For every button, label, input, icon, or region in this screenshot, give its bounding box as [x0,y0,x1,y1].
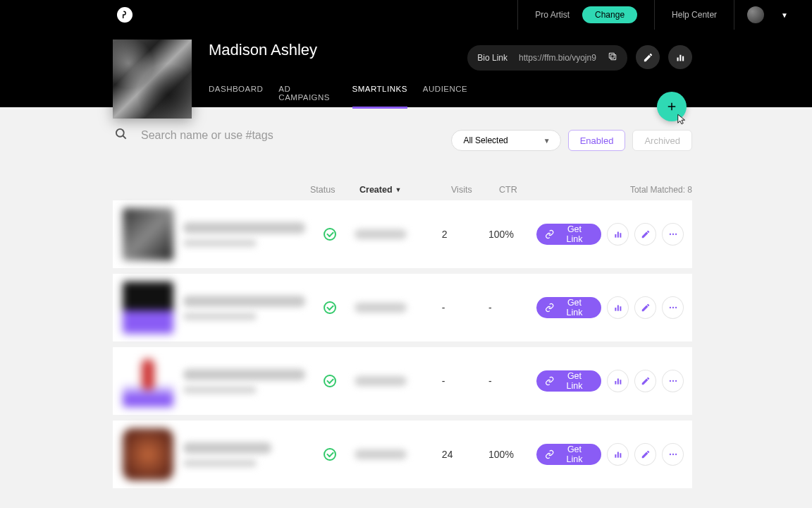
link-icon [545,229,554,239]
row-analytics-button[interactable] [607,223,629,246]
create-smartlink-button[interactable] [657,92,687,121]
svg-rect-22 [615,381,616,385]
app-logo[interactable] [117,7,133,23]
link-icon [545,449,554,459]
row-title-blurred [183,442,271,454]
svg-rect-18 [620,306,621,310]
dots-icon [668,303,678,313]
total-matched-label: Total Matched: 8 [630,185,692,195]
bars-icon [675,52,686,63]
row-artwork [123,208,173,260]
dots-icon [668,229,678,239]
row-edit-button[interactable] [634,443,656,466]
link-icon [545,376,554,386]
archived-filter-button[interactable]: Archived [632,130,692,151]
row-edit-button[interactable] [634,370,656,392]
user-avatar[interactable] [747,6,764,23]
row-created-blurred [355,449,407,459]
copy-icon[interactable] [608,52,617,64]
get-link-button[interactable]: Get Link [536,444,601,465]
svg-rect-17 [617,306,619,311]
row-artwork [123,428,173,480]
row-analytics-button[interactable] [607,443,629,466]
bars-icon [613,229,623,239]
type-filter-dropdown[interactable]: All Selected ▼ [451,130,560,151]
topbar: Pro Artist Change Help Center ▼ [0,0,812,30]
link-icon [545,303,554,313]
tab-audience[interactable]: AUDIENCE [423,85,467,109]
status-enabled-icon [324,228,336,241]
row-visits: - [442,302,488,313]
biolink-analytics-button[interactable] [668,45,692,69]
user-menu-caret-icon[interactable]: ▼ [781,11,788,19]
smartlink-row: 2 100% Get Link [113,200,692,268]
svg-rect-11 [617,232,619,238]
row-more-button[interactable] [662,223,684,246]
search-input[interactable] [141,129,423,142]
enabled-filter-button[interactable]: Enabled [568,130,626,151]
sort-caret-icon: ▼ [395,186,402,193]
artist-header: Madison Ashley DASHBOARD AD CAMPAIGNS SM… [0,30,812,107]
row-analytics-button[interactable] [607,296,629,319]
svg-point-33 [675,454,676,455]
row-title-blurred [183,222,305,234]
col-created-sort[interactable]: Created ▼ [359,185,451,195]
svg-rect-23 [617,379,619,385]
row-more-button[interactable] [662,443,684,466]
row-artwork [123,355,173,407]
status-enabled-icon [324,301,336,314]
svg-point-21 [675,307,676,308]
pencil-icon [643,52,653,63]
bars-icon [613,449,623,459]
row-subtitle-blurred [183,459,257,467]
row-created-blurred [355,229,407,239]
edit-biolink-button[interactable] [636,45,660,69]
row-more-button[interactable] [662,370,684,392]
svg-point-25 [669,380,670,382]
get-link-button[interactable]: Get Link [536,297,601,318]
bars-icon [613,376,623,386]
svg-rect-4 [679,54,681,61]
row-subtitle-blurred [183,386,257,394]
tab-dashboard[interactable]: DASHBOARD [209,85,263,109]
row-edit-button[interactable] [634,296,656,319]
logo-icon [120,10,130,20]
dots-icon [668,449,678,459]
row-edit-button[interactable] [634,223,656,246]
search-icon [114,127,128,144]
col-visits: Visits [451,185,499,195]
svg-rect-10 [615,234,616,238]
svg-point-31 [669,454,670,455]
pencil-icon [641,229,651,239]
svg-rect-1 [611,55,616,60]
row-visits: - [442,375,488,387]
svg-point-14 [672,234,673,235]
chevron-down-icon: ▼ [543,137,550,145]
get-link-button[interactable]: Get Link [536,370,601,392]
smartlink-row: - - Get Link [113,274,692,341]
biolink-pill: Bio Link https://ffm.bio/vyojn9l [467,45,627,71]
svg-rect-16 [615,308,616,311]
row-created-blurred [355,376,407,386]
row-title-blurred [183,369,305,380]
tab-ad-campaigns[interactable]: AD CAMPAIGNS [278,85,336,109]
row-subtitle-blurred [183,239,257,247]
svg-rect-24 [620,380,621,384]
row-more-button[interactable] [662,296,684,319]
pencil-icon [641,303,651,313]
dots-icon [668,376,678,386]
svg-rect-5 [682,56,684,61]
svg-line-9 [123,136,126,139]
svg-point-19 [669,307,670,308]
smartlink-row: - - Get Link [113,347,692,415]
tab-smartlinks[interactable]: SMARTLINKS [352,85,407,109]
row-artwork [123,282,173,334]
row-ctr: - [488,375,536,387]
get-link-button[interactable]: Get Link [536,224,601,245]
help-center-link[interactable]: Help Center [672,10,717,20]
row-analytics-button[interactable] [607,370,629,392]
artist-profile-image [113,40,192,119]
change-plan-button[interactable]: Change [582,6,637,23]
status-enabled-icon [324,448,336,461]
row-ctr: 100% [488,229,536,240]
